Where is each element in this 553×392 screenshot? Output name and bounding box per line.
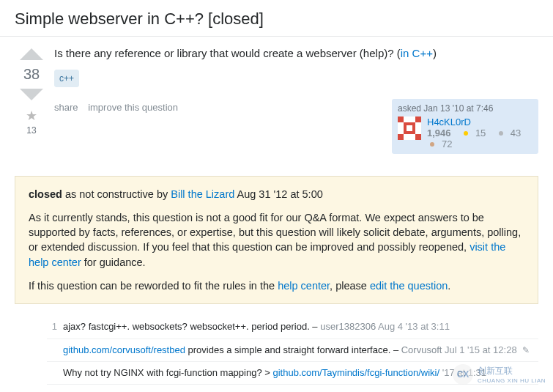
comment-score: 1: [47, 320, 63, 333]
share-link[interactable]: share: [54, 102, 78, 113]
tag-list: c++: [54, 61, 538, 96]
watermark: CX 创新互联 CHUANG XIN HU LIAN: [453, 364, 546, 385]
bronze-badge-icon: [430, 142, 434, 147]
comment-date: Jul 1 '15 at 12:28: [445, 344, 517, 355]
downvote-button[interactable]: [20, 89, 43, 100]
identicon-icon: [398, 117, 421, 140]
svg-rect-5: [398, 134, 404, 140]
closed-notice: closed as not constructive by Bill the L…: [15, 176, 538, 305]
svg-rect-6: [415, 134, 421, 140]
favorite-star-icon[interactable]: ★: [15, 108, 48, 124]
comment-user: user1382306: [320, 321, 376, 332]
owner-reputation: 1,946: [427, 127, 451, 138]
svg-rect-2: [415, 117, 421, 122]
question-body: Is there any reference or library that w…: [54, 45, 538, 61]
tag-cpp[interactable]: c++: [54, 70, 79, 87]
edit-pencil-icon: ✎: [522, 345, 530, 355]
owner-username-link[interactable]: H4cKL0rD: [427, 117, 471, 127]
in-cpp-link[interactable]: in C++: [401, 47, 433, 59]
silver-badge-icon: [499, 131, 503, 136]
comment-score: [47, 366, 63, 380]
svg-rect-1: [398, 117, 404, 122]
help-center-link[interactable]: help center: [278, 280, 330, 292]
svg-rect-4: [407, 125, 412, 131]
comment-link[interactable]: github.com/corvusoft/restbed: [63, 344, 185, 355]
comment-date: Aug 4 '13 at 3:11: [378, 321, 450, 332]
comment-user-link[interactable]: Corvusoft: [401, 344, 442, 355]
favorite-count: 13: [15, 125, 48, 136]
vote-count: 38: [15, 63, 48, 86]
post-menu: share improve this question asked Jan 13…: [54, 102, 538, 154]
watermark-logo: CX: [453, 364, 473, 385]
comment-row: 1 ajax? fastcgi++. websockets? websocket…: [47, 316, 538, 339]
asked-time: asked Jan 13 '10 at 7:46: [398, 103, 532, 114]
comment-row: github.com/corvusoft/restbed provides a …: [47, 339, 538, 362]
vote-cell: 38 ★ 13: [15, 45, 48, 154]
edit-question-link[interactable]: edit the question: [370, 280, 448, 292]
upvote-button[interactable]: [20, 48, 43, 60]
comment-score: [47, 344, 63, 357]
closed-label: closed: [29, 188, 62, 200]
closer-user-link[interactable]: Bill the Lizard: [171, 188, 234, 200]
owner-signature: asked Jan 13 '10 at 7:46 H4cKL0rD 1,946: [392, 99, 538, 154]
comment-link[interactable]: github.com/Taymindis/fcgi-function/wiki/: [272, 367, 439, 378]
improve-question-link[interactable]: improve this question: [88, 102, 178, 113]
question-title: Simple webserver in C++? [closed]: [15, 9, 538, 30]
avatar[interactable]: [398, 117, 421, 140]
gold-badge-icon: [464, 131, 468, 136]
